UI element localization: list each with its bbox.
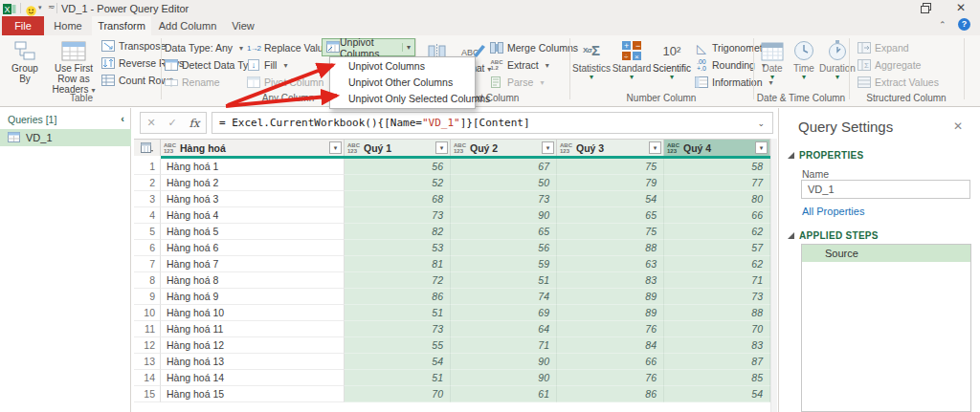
cell-quy-3[interactable]: 89 — [557, 289, 664, 305]
column-header-quy-1[interactable]: ABC123 Quý 1 — [345, 139, 451, 156]
cell-hang-hoa[interactable]: Hàng hoá 5 — [161, 224, 345, 240]
unpivot-menu-item[interactable]: Unpivot Other Columns — [330, 75, 475, 91]
cell-quy-1[interactable]: 72 — [345, 272, 451, 289]
cell-quy-4[interactable]: 66 — [664, 207, 770, 224]
cell-quy-4[interactable]: 77 — [664, 175, 770, 191]
cell-quy-4[interactable]: 87 — [664, 354, 770, 370]
properties-section-header[interactable]: PROPERTIES — [788, 150, 863, 161]
cell-quy-3[interactable]: 75 — [557, 159, 664, 175]
cell-quy-1[interactable]: 86 — [345, 289, 451, 305]
table-row[interactable]: 3 Hàng hoá 3 68 73 54 80 — [134, 191, 770, 207]
cell-quy-2[interactable]: 69 — [451, 305, 557, 321]
cell-quy-2[interactable]: 61 — [451, 386, 557, 402]
smiley-dropdown-caret-icon[interactable] — [38, 4, 42, 11]
filter-dropdown-icon[interactable] — [649, 141, 661, 154]
cell-quy-1[interactable]: 82 — [345, 224, 451, 240]
grid-corner-cell[interactable] — [134, 139, 161, 156]
cell-hang-hoa[interactable]: Hàng hoá 7 — [161, 256, 345, 272]
cell-quy-1[interactable]: 73 — [345, 207, 451, 224]
count-rows-button[interactable]: Count Rows — [101, 73, 173, 88]
tab-transform[interactable]: Transform — [92, 16, 151, 35]
cell-hang-hoa[interactable]: Hàng hoá 10 — [161, 305, 345, 321]
applied-step-item[interactable]: Source — [802, 245, 970, 262]
cell-hang-hoa[interactable]: Hàng hoá 14 — [161, 370, 345, 386]
table-row[interactable]: 15 Hàng hoá 15 70 61 86 54 — [134, 386, 770, 402]
all-properties-link[interactable]: All Properties — [802, 206, 864, 217]
cell-hang-hoa[interactable]: Hàng hoá 3 — [161, 191, 345, 207]
restore-window-icon[interactable] — [921, 3, 931, 13]
cell-quy-2[interactable]: 64 — [451, 321, 557, 337]
cell-quy-4[interactable]: 58 — [664, 159, 770, 175]
help-icon[interactable] — [958, 18, 970, 31]
cell-quy-2[interactable]: 90 — [451, 370, 557, 386]
cell-quy-3[interactable]: 54 — [557, 191, 664, 207]
cell-quy-1[interactable]: 54 — [345, 354, 451, 370]
standard-button[interactable]: +−÷× Standard — [612, 38, 651, 98]
parse-button[interactable]: Parse — [490, 75, 544, 90]
cell-hang-hoa[interactable]: Hàng hoá 13 — [161, 354, 345, 370]
close-settings-icon[interactable] — [953, 119, 963, 133]
unpivot-columns-button[interactable]: Unpivot Columns — [322, 38, 415, 56]
collapse-ribbon-icon[interactable] — [939, 20, 947, 30]
cell-quy-3[interactable]: 66 — [557, 354, 664, 370]
cell-quy-4[interactable]: 54 — [664, 386, 770, 402]
fx-icon[interactable] — [189, 117, 199, 130]
tab-file[interactable]: File — [2, 16, 44, 35]
cell-quy-2[interactable]: 74 — [451, 289, 557, 305]
cell-hang-hoa[interactable]: Hàng hoá 12 — [161, 337, 345, 354]
cell-quy-2[interactable]: 59 — [451, 256, 557, 272]
extract-button[interactable]: ABC1.2 Extract — [490, 57, 549, 73]
cell-quy-3[interactable]: 88 — [557, 240, 664, 256]
table-row[interactable]: 6 Hàng hoá 6 53 56 88 57 — [134, 240, 770, 256]
cell-quy-3[interactable]: 76 — [557, 321, 664, 337]
aggregate-button[interactable]: Σ Aggregate — [858, 57, 921, 73]
unpivot-menu-item[interactable]: Unpivot Columns — [330, 58, 475, 75]
commit-formula-icon[interactable] — [167, 117, 176, 129]
cell-quy-3[interactable]: 89 — [557, 305, 664, 321]
cell-quy-2[interactable]: 73 — [451, 191, 557, 207]
cell-quy-1[interactable]: 51 — [345, 305, 451, 321]
rounding-button[interactable]: .00+.0 Rounding — [695, 57, 766, 73]
cell-hang-hoa[interactable]: Hàng hoá 1 — [161, 159, 345, 175]
applied-steps-section-header[interactable]: APPLIED STEPS — [788, 230, 879, 241]
query-list-item-selected[interactable]: VD_1 — [0, 129, 131, 146]
table-row[interactable]: 5 Hàng hoá 5 82 65 75 62 — [134, 224, 770, 240]
table-row[interactable]: 9 Hàng hoá 9 86 74 89 73 — [134, 289, 770, 305]
table-row[interactable]: 7 Hàng hoá 7 81 59 63 62 — [134, 256, 770, 272]
scientific-button[interactable]: Scientific — [652, 38, 692, 98]
cell-quy-3[interactable]: 63 — [557, 256, 664, 272]
pivot-column-button[interactable]: Pivot Column — [247, 75, 323, 90]
cell-quy-2[interactable]: 67 — [451, 159, 557, 175]
transpose-button[interactable]: Transpose — [101, 38, 166, 54]
filter-dropdown-icon[interactable] — [329, 141, 342, 154]
cell-quy-3[interactable]: 76 — [557, 370, 664, 386]
cell-quy-4[interactable]: 73 — [664, 289, 770, 305]
column-header-quy-3[interactable]: ABC123 Quý 3 — [557, 139, 664, 156]
tab-view[interactable]: View — [224, 16, 262, 35]
merge-columns-button[interactable]: Merge Columns — [490, 40, 578, 55]
cell-quy-2[interactable]: 71 — [451, 337, 557, 354]
cell-hang-hoa[interactable]: Hàng hoá 6 — [161, 240, 345, 256]
cell-quy-1[interactable]: 68 — [345, 191, 451, 207]
cell-quy-4[interactable]: 70 — [664, 321, 770, 337]
cell-quy-4[interactable]: 62 — [664, 256, 770, 272]
table-row[interactable]: 8 Hàng hoá 8 72 51 83 71 — [134, 272, 770, 289]
cell-hang-hoa[interactable]: Hàng hoá 15 — [161, 386, 345, 402]
cell-quy-2[interactable]: 51 — [451, 272, 557, 289]
cell-hang-hoa[interactable]: Hàng hoá 4 — [161, 207, 345, 224]
cell-quy-3[interactable]: 86 — [557, 386, 664, 402]
cell-quy-4[interactable]: 71 — [664, 272, 770, 289]
cell-hang-hoa[interactable]: Hàng hoá 9 — [161, 289, 345, 305]
cell-quy-3[interactable]: 75 — [557, 224, 664, 240]
cell-quy-2[interactable]: 50 — [451, 175, 557, 191]
smiley-qat-icon[interactable] — [26, 3, 36, 13]
cell-hang-hoa[interactable]: Hàng hoá 11 — [161, 321, 345, 337]
tab-add-column[interactable]: Add Column — [153, 16, 222, 35]
column-header-hang-hoa[interactable]: ABC123 Hàng hoá — [161, 139, 345, 156]
use-first-row-button[interactable]: Use First Row as Headers — [46, 38, 101, 98]
cell-quy-3[interactable]: 79 — [557, 175, 664, 191]
cell-quy-1[interactable]: 70 — [345, 386, 451, 402]
filter-dropdown-icon[interactable] — [755, 141, 768, 154]
statistics-button[interactable]: Statistics — [572, 38, 611, 98]
query-name-input[interactable]: VD_1 — [801, 180, 970, 199]
